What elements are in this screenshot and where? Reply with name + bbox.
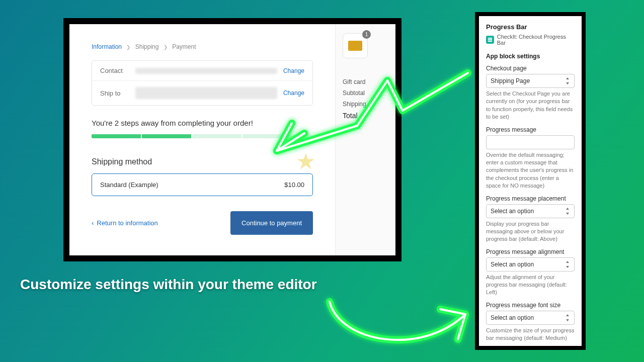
shipping-label: Shipping bbox=[343, 101, 388, 108]
gift-card-label: Gift card bbox=[343, 78, 388, 85]
placement-label: Progress message placement bbox=[486, 195, 575, 202]
breadcrumb: Information ❯ Shipping ❯ Payment bbox=[92, 43, 313, 50]
updown-icon bbox=[565, 261, 570, 268]
shipping-option-name: Standard (Example) bbox=[100, 181, 158, 189]
progress-message-help: Override the default messaging; enter a … bbox=[486, 151, 575, 190]
chevron-right-icon: ❯ bbox=[164, 44, 168, 50]
font-size-help: Customize the size of your progress bar … bbox=[486, 327, 575, 342]
continue-button[interactable]: Continue to payment bbox=[230, 211, 313, 235]
checkout-footer: ‹ Return to information Continue to paym… bbox=[92, 211, 313, 235]
placement-help: Display your progress bar messaging abov… bbox=[486, 220, 575, 243]
app-name: CheckIt: Checkout Progress Bar bbox=[497, 34, 575, 46]
progress-bar bbox=[92, 134, 292, 138]
marketing-caption: Customize settings within your theme edi… bbox=[20, 277, 317, 293]
alignment-label: Progress message alignment bbox=[486, 248, 575, 255]
change-shipto-link[interactable]: Change bbox=[283, 89, 304, 97]
checkout-page-label: Checkout page bbox=[486, 65, 575, 72]
progress-segment bbox=[243, 134, 292, 138]
font-size-value: Select an option bbox=[491, 314, 534, 321]
progress-message-input[interactable] bbox=[486, 135, 575, 149]
cart-quantity-badge: 1 bbox=[362, 30, 371, 39]
app-identifier: CheckIt: Checkout Progress Bar bbox=[486, 34, 575, 46]
updown-icon bbox=[565, 208, 570, 215]
checkout-screenshot: Information ❯ Shipping ❯ Payment Contact… bbox=[63, 18, 401, 261]
return-link-label: Return to information bbox=[97, 219, 157, 227]
product-image-icon bbox=[348, 41, 362, 51]
alignment-select[interactable]: Select an option bbox=[486, 257, 575, 272]
breadcrumb-shipping: Shipping bbox=[135, 43, 159, 50]
alignment-help: Adjust the alignment of your progress ba… bbox=[486, 274, 575, 297]
shipto-label: Ship to bbox=[100, 89, 135, 97]
theme-editor-settings: Progress Bar CheckIt: Checkout Progress … bbox=[475, 12, 586, 350]
shipping-option[interactable]: Standard (Example) $10.00 bbox=[92, 173, 313, 196]
chevron-right-icon: ❯ bbox=[126, 44, 130, 50]
change-contact-link[interactable]: Change bbox=[283, 67, 304, 74]
section-heading: App block settings bbox=[486, 53, 575, 60]
updown-icon bbox=[565, 314, 570, 321]
font-size-label: Progress message font size bbox=[486, 302, 575, 309]
contact-ship-box: Contact Change Ship to Change bbox=[92, 60, 313, 106]
checkout-page-help: Select the Checkout Page you are current… bbox=[486, 90, 575, 121]
updown-icon bbox=[565, 77, 570, 84]
subtotal-label: Subtotal bbox=[343, 89, 388, 97]
contact-value-blurred bbox=[135, 68, 277, 74]
chevron-left-icon: ‹ bbox=[92, 219, 94, 227]
alignment-value: Select an option bbox=[491, 261, 534, 268]
cart-item-thumb: 1 bbox=[343, 33, 368, 58]
shipto-value-blurred bbox=[135, 87, 277, 99]
checkout-main: Information ❯ Shipping ❯ Payment Contact… bbox=[69, 24, 335, 255]
progress-message-label: Progress message bbox=[486, 126, 575, 133]
total-label: Total bbox=[343, 112, 388, 120]
star-icon: ★ bbox=[296, 148, 315, 174]
checkout-page-value: Shipping Page bbox=[491, 77, 530, 84]
return-link[interactable]: ‹ Return to information bbox=[92, 219, 158, 227]
settings-title: Progress Bar bbox=[486, 23, 575, 31]
order-summary: 1 Gift card Subtotal Shipping Total bbox=[335, 24, 395, 255]
breadcrumb-payment: Payment bbox=[172, 43, 196, 50]
font-size-select[interactable]: Select an option bbox=[486, 311, 575, 325]
shipto-row: Ship to Change bbox=[92, 81, 312, 105]
checkout-page-select[interactable]: Shipping Page bbox=[486, 74, 575, 88]
shipping-method-heading: Shipping method bbox=[92, 157, 313, 166]
progress-segment bbox=[92, 134, 141, 138]
progress-segment bbox=[142, 134, 191, 138]
breadcrumb-information[interactable]: Information bbox=[92, 43, 122, 50]
placement-value: Select an option bbox=[491, 208, 534, 215]
placement-select[interactable]: Select an option bbox=[486, 204, 575, 218]
app-icon bbox=[486, 36, 494, 44]
progress-segment bbox=[192, 134, 242, 138]
contact-label: Contact bbox=[100, 67, 135, 74]
progress-message: You're 2 steps away from completing your… bbox=[92, 119, 313, 127]
contact-row: Contact Change bbox=[92, 61, 312, 81]
shipping-option-price: $10.00 bbox=[284, 181, 304, 189]
arrow-curve-icon bbox=[319, 282, 486, 357]
